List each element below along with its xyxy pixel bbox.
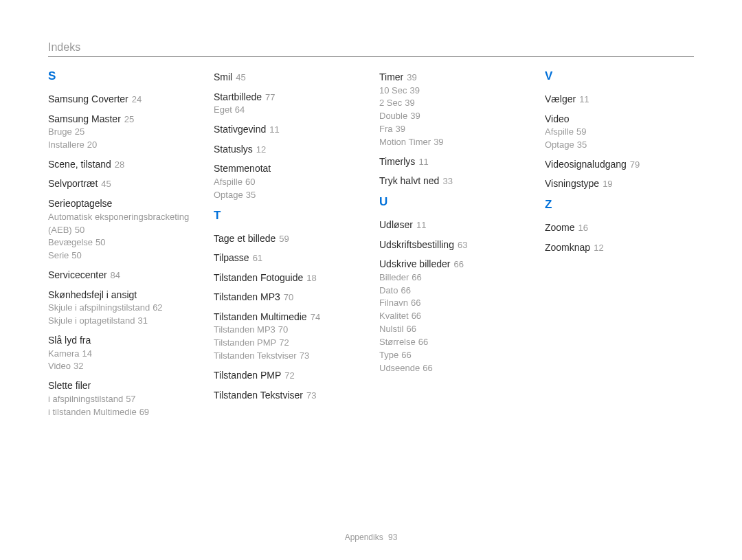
index-page[interactable]: 32 (74, 361, 83, 371)
index-page[interactable]: 79 (630, 159, 640, 170)
index-term[interactable]: Video (545, 113, 570, 124)
index-subterm[interactable]: Skjule i optagetilstand (48, 315, 135, 326)
index-page[interactable]: 66 (412, 272, 421, 282)
index-term[interactable]: Visningstype (545, 178, 599, 189)
index-term[interactable]: Servicecenter (48, 269, 107, 280)
index-page[interactable]: 57 (126, 394, 135, 404)
index-term[interactable]: Statuslys (214, 144, 253, 155)
index-subterm[interactable]: Afspille (545, 126, 574, 137)
index-page[interactable]: 69 (139, 407, 149, 417)
index-page[interactable]: 11 (269, 124, 279, 135)
index-page[interactable]: 11 (416, 220, 426, 230)
index-subterm[interactable]: Tilstanden Tekstviser (214, 350, 297, 361)
index-page[interactable]: 19 (603, 179, 612, 189)
index-subterm[interactable]: Tilstanden MP3 (214, 324, 276, 335)
index-subterm[interactable]: Nulstil (379, 324, 403, 334)
index-term[interactable]: Tryk halvt ned (379, 175, 439, 186)
index-subterm[interactable]: Størrelse (379, 337, 416, 347)
index-page[interactable]: 64 (235, 104, 245, 115)
index-term[interactable]: Selvportræt (48, 178, 98, 189)
index-term[interactable]: Udløser (379, 219, 413, 230)
index-page[interactable]: 84 (111, 270, 120, 280)
index-page[interactable]: 20 (87, 139, 97, 150)
index-subterm[interactable]: Filnavn (379, 298, 408, 308)
index-page[interactable]: 62 (153, 302, 162, 313)
index-page[interactable]: 66 (401, 350, 411, 360)
index-page[interactable]: 66 (406, 324, 416, 334)
index-subterm[interactable]: Fra (379, 124, 393, 134)
index-page[interactable]: 16 (578, 223, 588, 233)
index-subterm[interactable]: Motion Timer (379, 137, 431, 147)
index-page[interactable]: 50 (71, 250, 81, 260)
index-page[interactable]: 39 (405, 98, 414, 108)
index-page[interactable]: 73 (306, 390, 316, 401)
index-term[interactable]: Smil (214, 71, 232, 82)
index-page[interactable]: 59 (279, 234, 289, 244)
index-term[interactable]: Scene, tilstand (48, 159, 111, 170)
index-page[interactable]: 72 (279, 337, 289, 348)
index-subterm[interactable]: Kamera (48, 348, 80, 359)
index-subterm[interactable]: Dato (379, 285, 398, 295)
index-page[interactable]: 39 (396, 124, 405, 134)
index-page[interactable]: 31 (137, 315, 147, 326)
index-subterm[interactable]: Automatisk eksponeringsbracketing (AEB) (48, 212, 189, 235)
index-page[interactable]: 66 (401, 285, 410, 295)
index-term[interactable]: Serieoptagelse (48, 198, 112, 209)
index-subterm[interactable]: Tilstanden PMP (214, 337, 276, 348)
index-subterm[interactable]: Udseende (379, 363, 420, 373)
index-page[interactable]: 25 (124, 114, 134, 124)
index-subterm[interactable]: Billeder (379, 272, 409, 282)
index-page[interactable]: 39 (434, 137, 443, 147)
index-page[interactable]: 14 (82, 348, 92, 359)
index-term[interactable]: Tilstanden Fotoguide (214, 272, 303, 283)
index-subterm[interactable]: Eget (214, 104, 232, 115)
index-subterm[interactable]: Bevægelse (48, 237, 93, 247)
index-term[interactable]: Tage et billede (214, 233, 276, 244)
index-subterm[interactable]: 10 Sec (379, 85, 407, 96)
index-subterm[interactable]: 2 Sec (379, 98, 402, 108)
index-term[interactable]: Startbillede (214, 91, 262, 102)
index-term[interactable]: Zoome (545, 222, 575, 233)
index-subterm[interactable]: Serie (48, 250, 69, 260)
index-page[interactable]: 45 (101, 179, 111, 189)
index-page[interactable]: 11 (418, 157, 428, 167)
index-page[interactable]: 66 (412, 311, 421, 321)
index-page[interactable]: 45 (236, 72, 245, 82)
index-page[interactable]: 39 (410, 111, 420, 121)
index-page[interactable]: 50 (75, 225, 85, 235)
index-subterm[interactable]: Skjule i afspilningstilstand (48, 302, 150, 313)
index-term[interactable]: Udskriftsbestilling (379, 239, 454, 250)
index-page[interactable]: 66 (411, 298, 420, 308)
index-subterm[interactable]: Installere (48, 139, 85, 150)
index-subterm[interactable]: i tilstanden Multimedie (48, 407, 137, 417)
index-page[interactable]: 12 (256, 144, 266, 155)
index-subterm[interactable]: Video (48, 361, 71, 371)
index-page[interactable]: 61 (253, 253, 262, 263)
index-term[interactable]: Skønhedsfejl i ansigt (48, 289, 137, 300)
index-page[interactable]: 24 (132, 94, 142, 104)
index-term[interactable]: Slå lyd fra (48, 335, 91, 346)
index-term[interactable]: Tilpasse (214, 252, 249, 263)
index-page[interactable]: 77 (265, 92, 275, 102)
index-page[interactable]: 39 (409, 85, 419, 96)
index-subterm[interactable]: Kvalitet (379, 311, 409, 321)
index-page[interactable]: 73 (300, 350, 309, 361)
index-subterm[interactable]: Bruge (48, 126, 72, 137)
index-page[interactable]: 33 (442, 176, 452, 186)
index-page[interactable]: 12 (594, 243, 603, 253)
index-page[interactable]: 74 (311, 312, 320, 322)
index-term[interactable]: Samsung Coverter (48, 93, 128, 104)
index-page[interactable]: 60 (245, 177, 255, 187)
index-term[interactable]: Tilstanden MP3 (214, 291, 280, 302)
index-term[interactable]: Stativgevind (214, 124, 266, 135)
index-page[interactable]: 35 (246, 190, 256, 200)
index-page[interactable]: 70 (284, 292, 293, 302)
index-term[interactable]: Timerlys (379, 156, 415, 167)
index-subterm[interactable]: Optage (214, 190, 243, 200)
index-subterm[interactable]: Afspille (214, 177, 243, 187)
index-page[interactable]: 18 (306, 273, 316, 283)
index-term[interactable]: Samsung Master (48, 113, 121, 124)
index-term[interactable]: Tilstanden Tekstviser (214, 390, 303, 401)
index-page[interactable]: 35 (577, 139, 587, 150)
index-page[interactable]: 66 (418, 337, 428, 347)
